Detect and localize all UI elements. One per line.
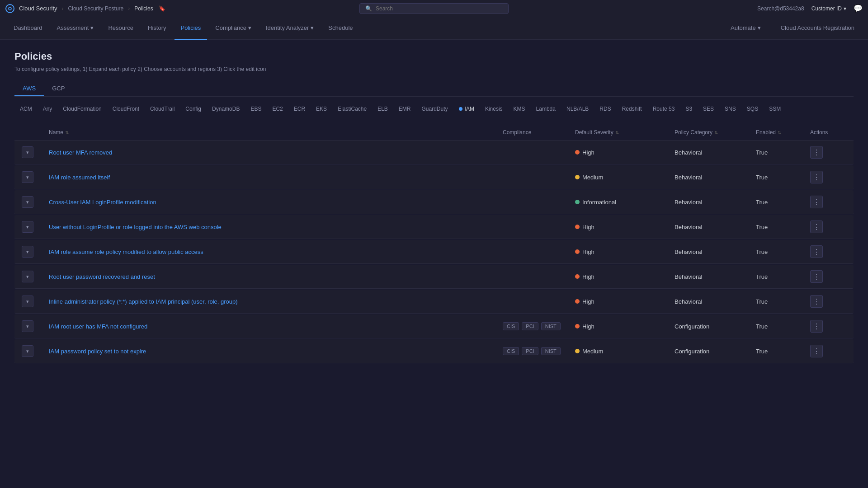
service-dynamodb[interactable]: DynamoDB — [207, 104, 245, 114]
service-ebs[interactable]: EBS — [245, 104, 267, 114]
row-expand-btn[interactable]: ▾ — [22, 246, 33, 258]
nav-resource[interactable]: Resource — [102, 17, 140, 40]
nav-right: Automate ▾ Cloud Accounts Registration — [724, 17, 861, 40]
service-ecr[interactable]: ECR — [288, 104, 311, 114]
policy-category: Behavioral — [675, 224, 756, 230]
service-cloudformation[interactable]: CloudFormation — [57, 104, 107, 114]
actions-button[interactable]: ⋮ — [810, 320, 823, 333]
actions-button[interactable]: ⋮ — [810, 270, 823, 283]
service-sns[interactable]: SNS — [719, 104, 741, 114]
table-header: Name ⇅ Compliance Default Severity ⇅ Pol… — [14, 125, 854, 141]
table-row: ▾ Root user MFA removed High Behavioral … — [14, 141, 854, 164]
policy-name[interactable]: IAM password policy set to not expire — [49, 348, 503, 355]
severity-label: Medium — [582, 174, 603, 181]
severity-label: High — [582, 298, 594, 305]
th-name[interactable]: Name ⇅ — [49, 129, 503, 136]
tab-gcp[interactable]: GCP — [44, 81, 73, 96]
search-input[interactable] — [376, 5, 503, 12]
breadcrumb-posture[interactable]: Cloud Security Posture — [68, 5, 124, 12]
actions-button[interactable]: ⋮ — [810, 345, 823, 357]
brand-name[interactable]: Cloud Security — [19, 5, 57, 12]
compliance-badge-nist[interactable]: NIST — [541, 322, 561, 330]
compliance-badge-cis[interactable]: CIS — [503, 322, 519, 330]
policy-name[interactable]: Root user MFA removed — [49, 149, 503, 156]
nav-dashboard[interactable]: Dashboard — [7, 17, 49, 40]
service-kms[interactable]: KMS — [508, 104, 531, 114]
service-lambda[interactable]: Lambda — [531, 104, 561, 114]
actions-button[interactable]: ⋮ — [810, 221, 823, 233]
service-rds[interactable]: RDS — [594, 104, 616, 114]
service-ses[interactable]: SES — [698, 104, 719, 114]
nav-schedule[interactable]: Schedule — [322, 17, 359, 40]
policy-name[interactable]: Inline administrator policy (*:*) applie… — [49, 298, 503, 305]
enabled-value: True — [756, 323, 810, 330]
nav-automate[interactable]: Automate ▾ — [724, 17, 767, 40]
service-ssm[interactable]: SSM — [764, 104, 786, 114]
service-iam[interactable]: IAM — [453, 104, 480, 114]
service-sqs[interactable]: SQS — [741, 104, 764, 114]
compliance-badge-nist[interactable]: NIST — [541, 347, 561, 355]
service-elb[interactable]: ELB — [372, 104, 393, 114]
th-category[interactable]: Policy Category ⇅ — [675, 129, 756, 136]
actions-button[interactable]: ⋮ — [810, 196, 823, 208]
service-route53[interactable]: Route 53 — [647, 104, 680, 114]
th-severity[interactable]: Default Severity ⇅ — [575, 129, 675, 136]
compliance-badge-pci[interactable]: PCI — [522, 322, 538, 330]
service-config[interactable]: Config — [180, 104, 207, 114]
table-row: ▾ Root user password recovered and reset… — [14, 265, 854, 289]
policy-name[interactable]: IAM root user has MFA not configured — [49, 323, 503, 330]
service-elasticache[interactable]: ElastiCache — [332, 104, 372, 114]
severity-dot — [575, 225, 580, 229]
topbar-left: Cloud Security › Cloud Security Posture … — [5, 4, 165, 13]
service-ec2[interactable]: EC2 — [267, 104, 288, 114]
topbar-center: 🔍 — [359, 3, 509, 14]
page-title: Policies — [14, 51, 854, 62]
topbar-right: Search@d53442a8 Customer ID ▾ 💬 — [757, 4, 863, 13]
service-guardduty[interactable]: GuardDuty — [416, 104, 453, 114]
row-expand-btn[interactable]: ▾ — [22, 146, 33, 158]
service-s3[interactable]: S3 — [680, 104, 698, 114]
row-expand-btn[interactable]: ▾ — [22, 296, 33, 307]
nav-history[interactable]: History — [142, 17, 172, 40]
severity-label: High — [582, 149, 594, 156]
service-cloudfront[interactable]: CloudFront — [107, 104, 145, 114]
severity-cell: High — [575, 249, 675, 255]
policy-name[interactable]: IAM role assume role policy modified to … — [49, 249, 503, 255]
nav-compliance[interactable]: Compliance ▾ — [209, 17, 258, 40]
row-expand-btn[interactable]: ▾ — [22, 271, 33, 282]
tab-aws[interactable]: AWS — [14, 81, 44, 96]
row-expand-btn[interactable]: ▾ — [22, 221, 33, 233]
service-acm[interactable]: ACM — [14, 104, 38, 114]
nav-policies[interactable]: Policies — [175, 17, 208, 40]
compliance-badge-pci[interactable]: PCI — [522, 347, 538, 355]
row-expand-btn[interactable]: ▾ — [22, 320, 33, 332]
service-kinesis[interactable]: Kinesis — [480, 104, 508, 114]
service-cloudtrail[interactable]: CloudTrail — [145, 104, 180, 114]
policy-name[interactable]: Root user password recovered and reset — [49, 273, 503, 280]
customer-id-button[interactable]: Customer ID ▾ — [811, 5, 846, 12]
actions-button[interactable]: ⋮ — [810, 245, 823, 258]
th-enabled[interactable]: Enabled ⇅ — [756, 129, 810, 136]
row-expand-btn[interactable]: ▾ — [22, 196, 33, 208]
nav-assessment[interactable]: Assessment ▾ — [51, 17, 100, 40]
nav-cloud-accounts[interactable]: Cloud Accounts Registration — [774, 17, 861, 40]
breadcrumb-current: Policies — [134, 5, 153, 12]
row-expand-btn[interactable]: ▾ — [22, 345, 33, 357]
service-emr[interactable]: EMR — [393, 104, 416, 114]
actions-button[interactable]: ⋮ — [810, 295, 823, 308]
search-box[interactable]: 🔍 — [359, 3, 509, 14]
service-any[interactable]: Any — [38, 104, 58, 114]
policy-name[interactable]: Cross-User IAM LoginProfile modification — [49, 199, 503, 206]
policy-name[interactable]: IAM role assumed itself — [49, 174, 503, 181]
policy-name[interactable]: User without LoginProfile or role logged… — [49, 224, 503, 230]
service-nlb-alb[interactable]: NLB/ALB — [561, 104, 594, 114]
service-redshift[interactable]: Redshift — [617, 104, 647, 114]
nav-identity-analyzer[interactable]: Identity Analyzer ▾ — [259, 17, 320, 40]
row-expand-btn[interactable]: ▾ — [22, 171, 33, 183]
actions-button[interactable]: ⋮ — [810, 146, 823, 159]
actions-button[interactable]: ⋮ — [810, 171, 823, 183]
service-eks[interactable]: EKS — [311, 104, 332, 114]
chat-icon[interactable]: 💬 — [854, 4, 863, 13]
compliance-badge-cis[interactable]: CIS — [503, 347, 519, 355]
bookmark-icon[interactable]: 🔖 — [159, 5, 165, 12]
